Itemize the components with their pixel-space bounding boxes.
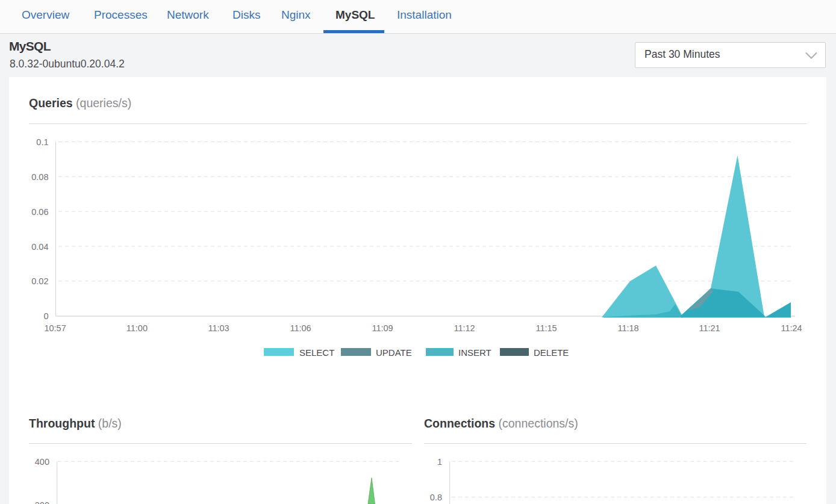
svg-text:11:18: 11:18: [617, 323, 638, 333]
svg-text:11:12: 11:12: [454, 323, 475, 333]
svg-text:0: 0: [43, 311, 48, 321]
svg-text:11:09: 11:09: [372, 323, 393, 333]
svg-text:0.06: 0.06: [31, 207, 48, 217]
svg-text:11:06: 11:06: [290, 323, 311, 333]
svg-text:300: 300: [35, 500, 49, 504]
svg-text:0.08: 0.08: [31, 172, 48, 182]
svg-text:0.04: 0.04: [31, 242, 48, 252]
svg-text:0.8: 0.8: [430, 493, 442, 502]
svg-text:0.02: 0.02: [31, 276, 48, 286]
svg-text:1: 1: [437, 457, 442, 467]
svg-text:11:00: 11:00: [126, 323, 148, 333]
svg-text:11:03: 11:03: [208, 323, 229, 333]
svg-text:11:21: 11:21: [699, 323, 720, 333]
svg-text:11:15: 11:15: [535, 323, 557, 333]
svg-text:11:24: 11:24: [781, 323, 802, 333]
svg-text:10:57: 10:57: [44, 323, 66, 333]
svg-text:400: 400: [35, 457, 49, 467]
svg-text:0.1: 0.1: [36, 137, 48, 147]
